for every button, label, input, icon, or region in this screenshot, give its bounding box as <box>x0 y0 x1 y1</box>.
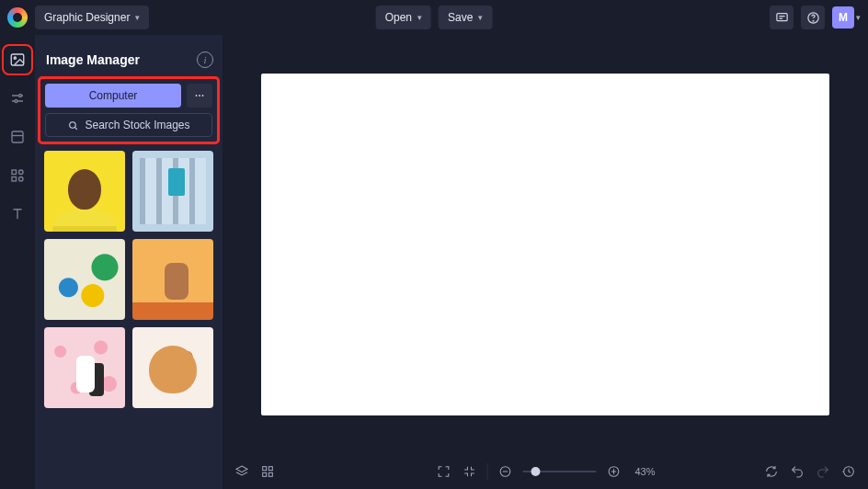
svg-rect-16 <box>263 467 267 471</box>
refresh-icon <box>764 464 779 479</box>
chevron-down-icon: ▾ <box>417 13 422 22</box>
templates-tab[interactable] <box>6 125 29 149</box>
svg-point-15 <box>70 121 76 128</box>
thumbnail-grid <box>44 151 213 408</box>
canvas-stage[interactable] <box>223 35 868 454</box>
svg-rect-10 <box>12 177 17 182</box>
top-bar: Graphic Designer ▾ Open ▾ Save ▾ M ▾ <box>0 0 868 35</box>
grid-view-button[interactable] <box>259 463 276 480</box>
svg-point-13 <box>199 95 200 97</box>
dots-icon <box>193 89 206 102</box>
thumbnail-item[interactable] <box>132 239 213 320</box>
search-stock-button[interactable]: Search Stock Images <box>45 113 212 137</box>
svg-rect-19 <box>268 472 272 476</box>
svg-rect-0 <box>776 13 786 20</box>
svg-point-11 <box>19 177 24 182</box>
history-icon <box>841 464 856 479</box>
divider <box>486 463 487 480</box>
zoom-slider-knob[interactable] <box>531 467 541 476</box>
search-icon <box>67 119 79 131</box>
svg-point-12 <box>196 95 198 97</box>
tool-rail <box>0 35 35 489</box>
svg-rect-8 <box>12 170 17 175</box>
layers-icon <box>234 464 249 479</box>
layout-icon <box>9 129 26 145</box>
minus-circle-icon <box>497 464 512 479</box>
svg-rect-18 <box>263 472 267 476</box>
thumbnail-item[interactable] <box>44 151 125 232</box>
canvas[interactable] <box>261 74 829 415</box>
panel-info-button[interactable]: i <box>197 51 213 68</box>
expand-icon <box>436 464 451 479</box>
svg-rect-7 <box>12 131 23 142</box>
adjustments-tab[interactable] <box>6 86 29 110</box>
contract-icon <box>462 464 476 479</box>
svg-rect-3 <box>11 54 24 65</box>
plus-circle-icon <box>606 464 621 479</box>
undo-icon <box>790 464 805 479</box>
svg-point-4 <box>14 57 16 59</box>
text-tab[interactable] <box>6 202 29 226</box>
chevron-down-icon: ▾ <box>856 13 861 22</box>
thumbnail-item[interactable] <box>132 151 213 232</box>
help-icon <box>806 11 820 25</box>
refresh-button[interactable] <box>763 463 780 480</box>
workspace-label: Graphic Designer <box>44 11 130 24</box>
chat-icon <box>775 11 789 25</box>
save-label: Save <box>448 11 473 24</box>
shapes-icon <box>9 167 26 184</box>
layers-button[interactable] <box>234 463 250 480</box>
text-icon <box>9 206 26 222</box>
upload-more-button[interactable] <box>187 84 212 108</box>
image-manager-tab[interactable] <box>6 48 29 72</box>
svg-point-14 <box>202 95 204 97</box>
svg-point-2 <box>813 20 814 21</box>
app-logo[interactable] <box>7 7 28 28</box>
zoom-percent-label: 43% <box>634 466 655 477</box>
upload-buttons-highlight: Computer Search Stock Images <box>40 79 217 142</box>
elements-tab[interactable] <box>6 164 29 188</box>
svg-point-6 <box>15 100 17 103</box>
fullscreen-button[interactable] <box>435 463 451 480</box>
bottom-bar: 43% <box>223 454 868 489</box>
thumbnail-item[interactable] <box>132 327 213 408</box>
user-avatar: M <box>832 6 854 28</box>
zoom-in-button[interactable] <box>605 463 622 480</box>
comments-button[interactable] <box>770 6 794 29</box>
zoom-out-button[interactable] <box>497 463 513 480</box>
svg-point-5 <box>19 95 22 97</box>
upload-computer-button[interactable]: Computer <box>45 84 181 108</box>
undo-button[interactable] <box>789 463 805 480</box>
svg-rect-17 <box>268 467 272 471</box>
panel-title: Image Manager <box>46 52 140 67</box>
history-button[interactable] <box>840 463 857 480</box>
image-manager-panel: Image Manager i Computer Search Stock Im… <box>35 35 223 489</box>
image-icon <box>9 51 26 68</box>
workspace-dropdown[interactable]: Graphic Designer ▾ <box>35 6 149 29</box>
redo-button[interactable] <box>815 463 831 480</box>
save-button[interactable]: Save ▾ <box>439 6 492 29</box>
thumbnail-item[interactable] <box>44 239 125 320</box>
grid-icon <box>260 464 275 479</box>
svg-point-9 <box>19 170 24 175</box>
help-button[interactable] <box>801 6 825 29</box>
open-label: Open <box>385 11 412 24</box>
fit-screen-button[interactable] <box>461 463 477 480</box>
zoom-slider[interactable] <box>522 471 596 472</box>
thumbnail-item[interactable] <box>44 327 125 408</box>
open-button[interactable]: Open ▾ <box>376 6 431 29</box>
chevron-down-icon: ▾ <box>478 13 483 22</box>
account-menu[interactable]: M ▾ <box>832 6 861 28</box>
redo-icon <box>816 464 830 479</box>
sliders-icon <box>9 90 26 107</box>
search-stock-label: Search Stock Images <box>85 119 189 131</box>
chevron-down-icon: ▾ <box>135 13 140 22</box>
